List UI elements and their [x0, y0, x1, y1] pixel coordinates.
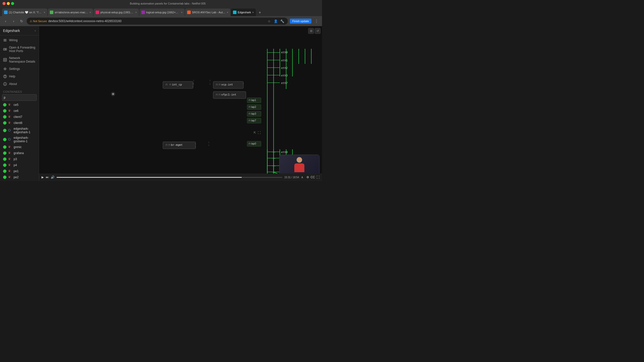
containee-gnmic[interactable]: ♛ gnmic: [0, 144, 39, 150]
browser-tab-3[interactable]: physical-setup.jpg (1901×97... ×: [94, 9, 139, 16]
svg-text:tap7: tap7: [251, 119, 256, 122]
tab-label-1: (1) Charlotte 🤍 on X: "I've a...: [9, 11, 43, 14]
close-window-btn[interactable]: [3, 2, 6, 5]
browser-tab-5[interactable]: SROS ANYSec Lab - Automa... ×: [185, 9, 230, 16]
containee-client8[interactable]: ♛ client8: [0, 120, 39, 126]
tab-close-3[interactable]: ×: [135, 11, 137, 14]
containee-ce5[interactable]: ♛ ce5: [0, 102, 39, 108]
svg-text:↓: ↓: [208, 144, 210, 146]
containee-ce6[interactable]: ♛ ce6: [0, 108, 39, 114]
sidebar-item-network-ns[interactable]: Network Namespace Details: [0, 55, 39, 65]
tab-close-4[interactable]: ×: [181, 11, 183, 14]
tap1-label: ⊓ tap1: [247, 98, 261, 103]
svg-text:eth1: eth1: [281, 59, 288, 62]
not-secure-indicator: ⚠ Not Secure: [30, 20, 47, 23]
forward-btn[interactable]: ›: [11, 18, 17, 24]
person-head: [297, 157, 302, 163]
containee-label-client8: client8: [14, 121, 22, 125]
maximize-window-btn[interactable]: [11, 2, 14, 5]
containee-gostwire-1[interactable]: ⬡ edgeshark-gostwire-1: [0, 135, 39, 144]
sidebar-item-wiring[interactable]: Wiring: [0, 36, 39, 44]
svg-text:⊓: ⊓: [168, 144, 170, 146]
url-text: devbox:5001/w#idcontext.xxxxxxxx-netns-4…: [48, 19, 122, 23]
tab-close-1[interactable]: ×: [44, 11, 45, 14]
containee-label-p4: p4: [14, 163, 17, 167]
containee-prometheus[interactable]: ♛ prometheus: [0, 180, 39, 181]
svg-text:⊓: ⊓: [249, 106, 251, 108]
sidebar-item-settings[interactable]: Settings: [0, 65, 39, 73]
svg-point-4: [5, 77, 5, 78]
chevron-up-btn[interactable]: ∧: [301, 175, 303, 179]
diagram-area[interactable]: ⊞ ↺ ⊓ ⊓ int_cp ↑ ↓ ⊓ ⊓: [39, 26, 322, 181]
progress-bar[interactable]: [57, 177, 282, 178]
volume-btn[interactable]: 🔊: [51, 175, 55, 179]
sidebar-item-help[interactable]: Help: [0, 73, 39, 80]
tab-close-2[interactable]: ×: [90, 11, 91, 14]
containee-client7[interactable]: ♛ client7: [0, 114, 39, 120]
br-mgmt-node[interactable]: ⊓ ⊓ br-mgmt ↑ ↓: [163, 142, 196, 149]
tab-favicon-5: [187, 11, 191, 14]
containee-grafana[interactable]: ♛ grafana: [0, 150, 39, 156]
vfpc1-int-node[interactable]: ⊓ ⊓ vfpc1-int: [213, 92, 246, 99]
svg-text:⊓: ⊓: [249, 119, 251, 122]
tab-favicon-3: [96, 11, 99, 14]
settings-btn-video[interactable]: ⚙: [306, 175, 309, 179]
skip-btn[interactable]: ⏭: [46, 175, 49, 179]
address-bar[interactable]: ⚠ Not Secure devbox:5001/w#idcontext.xxx…: [27, 18, 288, 25]
network-ns-label: Network Namespace Details: [9, 56, 36, 63]
new-tab-btn[interactable]: +: [256, 9, 263, 16]
crown-icon-client8: ♛: [8, 121, 12, 125]
containee-pe1[interactable]: ♛ pe1: [0, 168, 39, 174]
svg-text:↑: ↑: [193, 79, 194, 82]
svg-text:⊓: ⊓: [249, 99, 251, 102]
window-title: Building automation panels for Container…: [16, 2, 319, 5]
finish-update-btn[interactable]: Finish update: [290, 19, 311, 24]
forwarding-label: Open & Forwarding Host Ports: [9, 46, 36, 53]
containee-edgeshark-1[interactable]: ⬡ edgeshark-edgeshark-1: [0, 126, 39, 135]
svg-text:⊓: ⊓: [249, 112, 251, 115]
bookmark-star-icon[interactable]: ☆: [267, 19, 272, 24]
tab-close-6[interactable]: ×: [252, 11, 254, 14]
fullscreen-btn[interactable]: ⛶: [316, 175, 319, 179]
status-indicator-gostwire-1: [3, 138, 7, 141]
containee-p3[interactable]: ♛ p3: [0, 156, 39, 162]
browser-menu-btn[interactable]: ⋮: [313, 18, 319, 24]
int-cp-node[interactable]: ⊓ ⊓ int_cp ↑ ↓: [163, 81, 194, 88]
play-btn[interactable]: ▶: [42, 175, 44, 179]
containee-pe2[interactable]: ♛ pe2: [0, 174, 39, 180]
tap3-label: ⊓ tap3: [247, 111, 261, 116]
crown-icon-client7: ♛: [8, 115, 12, 119]
sidebar-item-about[interactable]: About: [0, 80, 39, 88]
wiring-icon: [3, 38, 7, 42]
sidebar-header: Edgeshark ‹: [0, 26, 39, 35]
search-input[interactable]: [4, 96, 39, 99]
refresh-btn[interactable]: ↻: [19, 18, 25, 24]
browser-tab-2[interactable]: srl-labs/sros-anysec-macs... ×: [48, 9, 93, 16]
containee-p4[interactable]: ♛ p4: [0, 162, 39, 168]
traffic-lights[interactable]: [3, 2, 14, 5]
sidebar-item-forwarding[interactable]: Open & Forwarding Host Ports: [0, 44, 39, 55]
svg-text:⊓: ⊓: [166, 83, 168, 86]
browser-tab-4[interactable]: logical-setup.jpg (1662×817) ×: [139, 9, 185, 16]
forwarding-icon: [3, 47, 7, 51]
sidebar-collapse-btn[interactable]: ‹: [35, 29, 36, 32]
help-icon: [3, 74, 7, 78]
tab-close-5[interactable]: ×: [227, 11, 228, 14]
browser-tab-6[interactable]: Edgeshark ×: [231, 9, 256, 16]
about-label: About: [9, 82, 17, 86]
address-bar-row: ‹ › ↻ ⚠ Not Secure devbox:5001/w#idconte…: [0, 16, 322, 26]
extension-icon[interactable]: 🔧: [280, 19, 285, 24]
tab-label-4: logical-setup.jpg (1662×817): [146, 11, 180, 14]
crown-icon-pe1: ♛: [8, 169, 12, 173]
tab-label-6: Edgeshark: [238, 11, 251, 14]
svg-text:↓: ↓: [192, 85, 194, 87]
not-secure-label: Not Secure: [33, 20, 47, 23]
sidebar: Edgeshark ‹ Wiring Open & Forwarding Hos…: [0, 26, 39, 181]
cc-btn[interactable]: CC: [311, 175, 315, 179]
vcp-int-node[interactable]: ⊓ ⊓ vcp-int ↑: [213, 81, 244, 88]
profile-icon[interactable]: 👤: [273, 19, 278, 24]
back-btn[interactable]: ‹: [3, 18, 9, 24]
browser-tab-1[interactable]: (1) Charlotte 🤍 on X: "I've a... ×: [2, 9, 47, 16]
minimize-window-btn[interactable]: [7, 2, 10, 5]
svg-text:int_cp: int_cp: [172, 83, 182, 86]
